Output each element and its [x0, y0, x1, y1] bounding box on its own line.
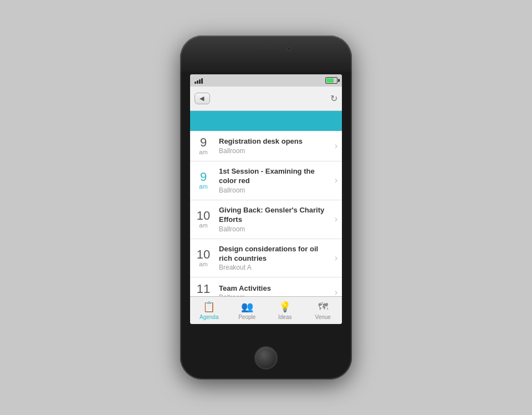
phone-frame: ◀ ↻ 9 am Registra	[180, 36, 352, 379]
time-number: 11	[197, 283, 210, 295]
signal-bar-2	[197, 80, 198, 84]
tab-agenda[interactable]: 📋 Agenda	[190, 297, 228, 324]
signal-bars	[195, 77, 203, 84]
time-number: 10	[197, 210, 210, 222]
phone-speaker	[252, 45, 280, 49]
ideas-tab-label: Ideas	[278, 314, 291, 320]
people-tab-icon: 👥	[241, 301, 253, 313]
back-button[interactable]: ◀	[195, 93, 210, 104]
tab-people[interactable]: 👥 People	[228, 297, 267, 324]
tab-venue[interactable]: 🗺 Venue	[304, 297, 342, 324]
back-arrow-icon: ◀	[200, 95, 204, 102]
time-block: 10 am	[190, 249, 217, 267]
time-block: 11 am	[190, 283, 217, 296]
event-title: Giving Back: Gensler's Charity Efforts	[219, 206, 331, 225]
battery-fill	[326, 78, 334, 83]
chevron-right-icon: ›	[335, 253, 337, 263]
time-number: 10	[197, 249, 210, 261]
time-ampm: am	[199, 261, 207, 267]
status-bar	[190, 74, 342, 87]
battery-icon	[325, 77, 337, 84]
schedule-list: 9 am Registration desk opens Ballroom › …	[190, 131, 342, 296]
home-button[interactable]	[254, 346, 278, 370]
phone-screen: ◀ ↻ 9 am Registra	[190, 74, 342, 324]
time-block: 9 am	[190, 136, 217, 155]
event-title: 1st Session - Examining the color red	[219, 167, 331, 186]
time-ampm: am	[199, 222, 207, 229]
event-title: Design considerations for oil rich count…	[219, 245, 331, 264]
event-title: Registration desk opens	[219, 137, 331, 146]
time-ampm: am	[199, 149, 207, 155]
time-number: 9	[200, 171, 207, 183]
event-title: Team Activities	[219, 284, 331, 293]
event-location: Ballroom	[219, 225, 331, 233]
event-info: Team Activities Ballroom	[217, 284, 331, 296]
people-tab-label: People	[238, 314, 255, 320]
phone-camera	[287, 47, 291, 51]
agenda-tab-label: Agenda	[200, 314, 218, 320]
chevron-right-icon: ›	[335, 214, 337, 224]
schedule-item[interactable]: 11 am Team Activities Ballroom ›	[190, 277, 342, 296]
event-info: 1st Session - Examining the color red Ba…	[217, 167, 331, 194]
ideas-tab-icon: 💡	[279, 301, 291, 313]
signal-bar-3	[199, 79, 201, 84]
schedule-item[interactable]: 9 am Registration desk opens Ballroom ›	[190, 131, 342, 161]
date-nav	[190, 111, 342, 131]
venue-tab-label: Venue	[315, 314, 331, 320]
time-block: 10 am	[190, 210, 217, 229]
time-block: 9 am	[190, 171, 217, 190]
refresh-icon[interactable]: ↻	[330, 93, 337, 104]
tab-ideas[interactable]: 💡 Ideas	[266, 297, 304, 324]
time-number: 9	[200, 136, 207, 149]
event-info: Registration desk opens Ballroom	[217, 137, 331, 155]
status-right	[325, 77, 337, 84]
signal-bar-1	[195, 82, 196, 84]
event-location: Ballroom	[219, 147, 331, 155]
signal-bar-4	[201, 78, 203, 84]
event-info: Design considerations for oil rich count…	[217, 245, 331, 272]
time-ampm: am	[199, 183, 207, 190]
schedule-item[interactable]: 9 am 1st Session - Examining the color r…	[190, 161, 342, 200]
event-location: Breakout A	[219, 264, 331, 271]
event-location: Ballroom	[219, 186, 331, 194]
header-bar: ◀ ↻	[190, 87, 342, 111]
schedule-item[interactable]: 10 am Giving Back: Gensler's Charity Eff…	[190, 200, 342, 239]
status-left	[195, 77, 205, 84]
tab-bar: 📋 Agenda 👥 People 💡 Ideas 🗺 Venue	[190, 296, 342, 324]
chevron-right-icon: ›	[335, 175, 337, 185]
agenda-tab-icon: 📋	[203, 301, 215, 313]
venue-tab-icon: 🗺	[318, 301, 328, 313]
chevron-right-icon: ›	[335, 141, 337, 151]
event-info: Giving Back: Gensler's Charity Efforts B…	[217, 206, 331, 233]
chevron-right-icon: ›	[335, 287, 337, 296]
schedule-item[interactable]: 10 am Design considerations for oil rich…	[190, 239, 342, 278]
